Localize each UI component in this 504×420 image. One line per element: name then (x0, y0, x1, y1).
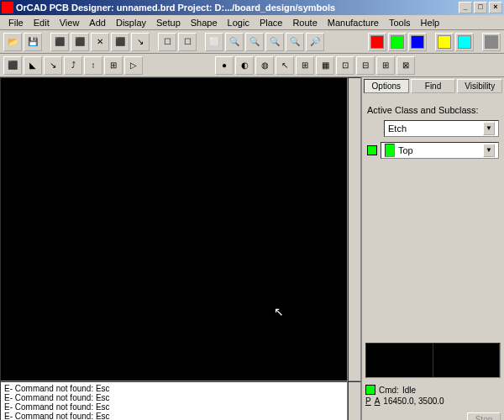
toolbar-button-0[interactable]: 📂 (3, 33, 22, 51)
menu-logic[interactable]: Logic (223, 16, 255, 29)
menu-route[interactable]: Route (287, 16, 322, 29)
menu-setup[interactable]: Setup (151, 16, 186, 29)
toolbar-2: ⬛◣↘⤴↕⊞▷●◐◍↖⊞▦⊡⊟⊞⊠ (0, 54, 504, 77)
p-button[interactable]: P (365, 396, 371, 406)
toolbar2-button-15[interactable]: ⊡ (336, 56, 354, 75)
toolbar-button-5[interactable]: ✕ (91, 33, 109, 51)
toolbar-button-14[interactable]: 🔍 (245, 33, 264, 51)
toolbar-button-9[interactable]: ☐ (158, 33, 176, 51)
color-button-7[interactable] (482, 33, 501, 51)
side-panel: Options Find Visibility Active Class and… (361, 77, 504, 381)
toolbar-button-10[interactable]: ☐ (178, 33, 197, 51)
active-class-label: Active Class and Subclass: (367, 105, 499, 115)
toolbar2-button-6[interactable]: ▷ (124, 56, 143, 75)
preview-right (433, 344, 501, 377)
console-line: E- Command not found: Esc (4, 402, 344, 412)
toolbar-button-7[interactable]: ↘ (131, 33, 150, 51)
tab-find[interactable]: Find (411, 79, 456, 93)
chevron-down-icon: ▼ (483, 122, 495, 135)
status-swatch (365, 385, 375, 395)
menu-manufacture[interactable]: Manufacture (323, 16, 384, 29)
toolbar2-button-14[interactable]: ▦ (316, 56, 334, 75)
menu-tools[interactable]: Tools (384, 16, 416, 29)
toolbar2-button-11[interactable]: ◍ (255, 56, 274, 75)
cmd-label: Cmd: (379, 386, 399, 395)
main-area: ↖ Options Find Visibility Active Class a… (0, 77, 504, 381)
close-button[interactable]: × (489, 2, 502, 13)
toolbar2-button-16[interactable]: ⊟ (356, 56, 375, 75)
preview-panel (365, 343, 501, 378)
toolbar2-button-4[interactable]: ↕ (84, 56, 102, 75)
menu-edit[interactable]: Edit (29, 16, 55, 29)
cmd-value: Idle (402, 386, 416, 395)
design-canvas[interactable]: ↖ (0, 77, 348, 381)
preview-left (366, 344, 433, 377)
toolbar-button-13[interactable]: 🔍 (225, 33, 244, 51)
toolbar2-button-18[interactable]: ⊠ (396, 56, 415, 75)
toolbar-button-1[interactable]: 💾 (24, 33, 42, 51)
toolbar-button-12[interactable]: ⬜ (205, 33, 223, 51)
toolbar2-button-1[interactable]: ◣ (24, 56, 42, 75)
toolbar2-button-17[interactable]: ⊞ (376, 56, 395, 75)
window-title: OrCAD PCB Designer: unnamed.brd Project:… (16, 3, 457, 13)
toolbar2-button-9[interactable]: ● (215, 56, 234, 75)
color-swatch (385, 144, 395, 157)
color-button-4[interactable] (435, 33, 454, 51)
subclass-select[interactable]: Top ▼ (381, 142, 499, 159)
maximize-button[interactable]: □ (474, 2, 487, 13)
toolbar2-button-3[interactable]: ⤴ (64, 56, 82, 75)
menu-shape[interactable]: Shape (186, 16, 223, 29)
vertical-scrollbar[interactable] (348, 77, 361, 381)
side-tabs: Options Find Visibility (364, 79, 502, 93)
chevron-down-icon: ▼ (483, 144, 495, 157)
a-button[interactable]: A (375, 396, 381, 406)
app-icon (2, 2, 13, 13)
coords-value: 16450.0, 3500.0 (383, 396, 444, 406)
coords-row: P A 16450.0, 3500.0 (365, 396, 501, 406)
tab-visibility[interactable]: Visibility (457, 79, 502, 93)
toolbar2-button-10[interactable]: ◐ (235, 56, 254, 75)
status-panel: Cmd: Idle P A 16450.0, 3500.0 Stop (361, 381, 504, 420)
color-button-0[interactable] (368, 33, 386, 51)
command-console[interactable]: E- Command not found: EscE- Command not … (0, 381, 348, 420)
titlebar: OrCAD PCB Designer: unnamed.brd Project:… (0, 0, 504, 15)
toolbar-1: 📂💾⬛⬛✕⬛↘☐☐⬜🔍🔍🔍🔍🔎 (0, 30, 504, 54)
menubar: FileEditViewAddDisplaySetupShapeLogicPla… (0, 15, 504, 30)
stop-button[interactable]: Stop (467, 412, 501, 420)
minimize-button[interactable]: _ (459, 2, 472, 13)
menu-file[interactable]: File (3, 16, 29, 29)
visibility-swatch[interactable] (367, 145, 377, 155)
console-line: E- Command not found: Esc (4, 393, 344, 402)
tab-options[interactable]: Options (364, 79, 409, 93)
color-button-1[interactable] (388, 33, 407, 51)
toolbar2-button-2[interactable]: ↘ (44, 56, 62, 75)
menu-display[interactable]: Display (111, 16, 151, 29)
toolbar-button-17[interactable]: 🔎 (306, 33, 324, 51)
bottom-area: E- Command not found: EscE- Command not … (0, 381, 504, 420)
color-button-5[interactable] (455, 33, 474, 51)
side-fill (364, 162, 502, 341)
toolbar2-button-5[interactable]: ⊞ (104, 56, 123, 75)
menu-add[interactable]: Add (84, 16, 111, 29)
toolbar-button-16[interactable]: 🔍 (286, 33, 304, 51)
toolbar2-button-12[interactable]: ↖ (276, 56, 294, 75)
subclass-row: Top ▼ (367, 142, 499, 159)
console-scrollbar[interactable] (348, 381, 361, 420)
cmd-status-row: Cmd: Idle (365, 385, 501, 395)
class-select[interactable]: Etch ▼ (384, 120, 499, 137)
menu-place[interactable]: Place (255, 16, 288, 29)
toolbar-button-3[interactable]: ⬛ (50, 33, 69, 51)
class-value: Etch (388, 123, 407, 134)
menu-view[interactable]: View (55, 16, 85, 29)
menu-help[interactable]: Help (416, 16, 445, 29)
subclass-value: Top (398, 145, 413, 155)
toolbar-button-15[interactable]: 🔍 (265, 33, 284, 51)
toolbar2-button-0[interactable]: ⬛ (3, 56, 22, 75)
cursor-icon: ↖ (274, 305, 284, 318)
toolbar-button-4[interactable]: ⬛ (71, 33, 89, 51)
toolbar2-button-13[interactable]: ⊞ (296, 56, 314, 75)
console-line: E- Command not found: Esc (4, 412, 344, 420)
toolbar-button-6[interactable]: ⬛ (111, 33, 129, 51)
color-button-2[interactable] (408, 33, 427, 51)
console-line: E- Command not found: Esc (4, 384, 344, 393)
